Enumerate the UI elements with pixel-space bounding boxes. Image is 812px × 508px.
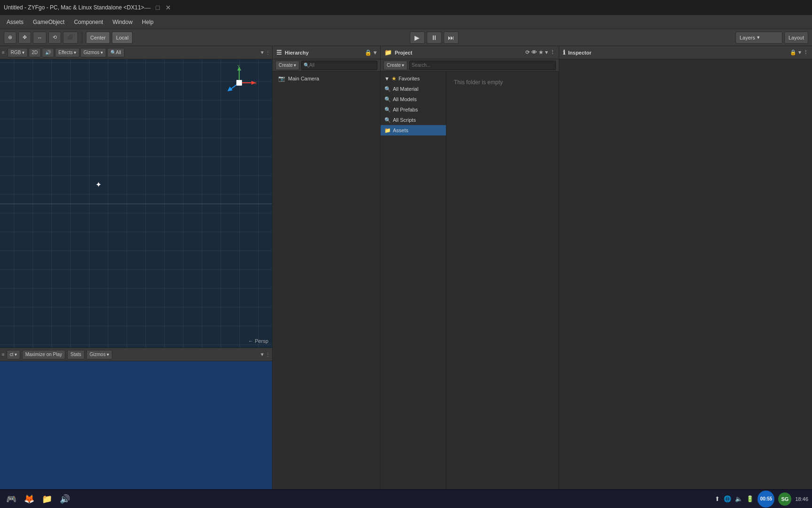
scene-settings-icon[interactable]: ≡ [2,50,5,55]
pause-button[interactable]: ⏸ [427,32,442,44]
inspector-title: Inspector [568,50,592,56]
playback-controls: ▶ ⏸ ⏭ [134,32,734,44]
game-stats-button[interactable]: Stats [67,350,85,359]
inspector-menu-icon[interactable]: ⋮ [803,49,808,56]
game-menu-icon[interactable]: ⋮ [265,352,270,357]
expand-icon: ▼ [384,76,390,81]
project-header: 📁 Project ⟳ 👁 ★ ▾ ⋮ [381,46,559,59]
transform-tool-rect[interactable]: ⟲ [48,32,61,44]
game-aspect-dropdown[interactable]: ct ▾ [7,350,20,359]
menu-component[interactable]: Component [69,17,108,27]
scene-2d-button[interactable]: 2D [29,48,41,57]
user-badge[interactable]: SG [778,492,791,506]
search-icon-2: 🔍 [384,96,391,103]
scene-all-button[interactable]: 🔍All [107,48,125,57]
taskbar: 🎮 🦊 📁 🔊 ⬆ 🌐 🔈 🔋 00:55 SG 18:46 [0,489,812,508]
scene-audio-button[interactable]: 🔊 [42,48,54,57]
project-menu-icon[interactable]: ⋮ [550,49,555,56]
hierarchy-search-input[interactable] [301,61,377,70]
hierarchy-header-controls: 🔒 ▾ [365,49,376,56]
taskbar-app-unity[interactable]: 🎮 [4,492,19,507]
transform-tool-move[interactable]: ⊕ [4,32,16,44]
scene-view: ≡ RGB ▾ 2D 🔊 Effects ▾ Gizmos ▾ 🔍All ▼ [0,46,272,348]
pivot-local-button[interactable]: Local [112,32,133,44]
inspector-header-controls: 🔒 ▾ ⋮ [790,49,808,56]
hierarchy-create-button[interactable]: Create ▾ [275,61,299,70]
project-main-area: This folder is empty [446,71,559,504]
taskbar-app-media[interactable]: 🔊 [57,492,72,507]
game-canvas[interactable] [0,361,272,508]
taskbar-app-firefox[interactable]: 🦊 [22,492,37,507]
sidebar-all-models[interactable]: 🔍 All Models [381,94,446,104]
project-search-input[interactable] [409,61,556,70]
game-maximize-button[interactable]: Maximize on Play [22,350,65,359]
scene-collapse-icon[interactable]: ▼ [260,50,265,55]
search-icon-3: 🔍 [384,107,391,113]
hierarchy-item-label: Main Camera [288,76,319,81]
menu-gameobject[interactable]: GameObject [28,17,69,27]
project-create-button[interactable]: Create ▾ [383,61,407,70]
minimize-button[interactable]: — [144,4,151,11]
title-bar: Untitled - ZYFgo - PC, Mac & Linux Stand… [0,0,812,15]
layers-dropdown[interactable]: Layers ▾ [735,32,782,44]
inspector-header: ℹ Inspector 🔒 ▾ ⋮ [559,46,812,59]
sidebar-all-material[interactable]: 🔍 All Material [381,84,446,94]
menu-help[interactable]: Help [137,17,158,27]
tray-battery-icon[interactable]: 🔋 [746,495,754,502]
hierarchy-collapse-icon[interactable]: ▾ [374,49,376,56]
layers-chevron-icon: ▾ [757,34,760,40]
firefox-icon: 🦊 [24,494,34,504]
taskbar-time: 18:46 [795,496,808,502]
play-button[interactable]: ▶ [410,32,425,44]
scene-rgb-button[interactable]: RGB ▾ [8,48,28,57]
scene-menu-icon[interactable]: ⋮ [265,50,270,55]
scene-canvas[interactable]: Y X ✦ ← Persp [0,59,272,348]
inspector-collapse-icon[interactable]: ▾ [798,49,801,56]
game-settings-icon[interactable]: ≡ [2,352,5,357]
sidebar-all-scripts[interactable]: 🔍 All Scripts [381,115,446,125]
favorites-label: ▼ ★ Favorites [381,73,446,84]
tray-arrow-icon[interactable]: ⬆ [715,495,720,502]
tray-network-icon[interactable]: 🌐 [724,495,731,502]
menu-window[interactable]: Window [108,17,137,27]
hierarchy-content: 📷 Main Camera [273,71,380,508]
project-content: ▼ ★ Favorites 🔍 All Material 🔍 All Model… [381,71,559,504]
project-eye-icon[interactable]: 👁 [531,49,537,56]
tray-volume-icon[interactable]: 🔈 [735,495,742,502]
menu-assets[interactable]: Assets [2,17,28,27]
maximize-button[interactable]: □ [155,4,161,11]
hierarchy-lock-icon[interactable]: 🔒 [365,49,372,56]
scene-gizmos-button[interactable]: Gizmos ▾ [80,48,106,57]
clock-badge[interactable]: 00:55 [757,491,774,508]
scene-toolbar: ≡ RGB ▾ 2D 🔊 Effects ▾ Gizmos ▾ 🔍All ▼ [0,46,272,59]
svg-text:Y: Y [237,64,240,68]
scene-rgb-chevron: ▾ [22,50,24,55]
unity-icon: 🎮 [6,494,16,504]
menu-bar: Assets GameObject Component Window Help [0,15,812,29]
game-gizmos-button[interactable]: Gizmos ▾ [86,350,112,359]
transform-tool-scale[interactable]: ↔ [33,32,47,44]
transform-tool-universal[interactable]: ⬛ [63,32,78,44]
project-star-icon[interactable]: ★ [539,49,543,56]
hierarchy-panel: ☰ Hierarchy 🔒 ▾ Create ▾ 📷 Main Camera [273,46,381,508]
layout-button[interactable]: Layout [784,32,808,44]
title-controls: — □ ✕ [144,4,172,11]
project-refresh-icon[interactable]: ⟳ [525,49,530,56]
right-panel: 📁 Project ⟳ 👁 ★ ▾ ⋮ Create ▾ [381,46,812,508]
step-button[interactable]: ⏭ [444,32,459,44]
project-icon: 📁 [384,49,392,56]
sidebar-all-prefabs[interactable]: 🔍 All Prefabs [381,104,446,115]
scene-gizmo: Y X [220,64,258,102]
project-collapse-icon[interactable]: ▾ [545,49,548,56]
game-collapse-icon[interactable]: ▼ [260,352,265,357]
hierarchy-item-camera[interactable]: 📷 Main Camera [273,73,380,84]
pivot-center-button[interactable]: Center [86,32,110,44]
transform-tool-rotate[interactable]: ✥ [18,32,31,44]
close-button[interactable]: ✕ [165,4,172,11]
sidebar-assets[interactable]: 📁 Assets [381,125,446,135]
hierarchy-icon: ☰ [276,49,282,56]
scene-effects-button[interactable]: Effects ▾ [55,48,79,57]
toolbar-right: Layers ▾ Layout [735,32,808,44]
inspector-lock-icon[interactable]: 🔒 [790,49,796,56]
taskbar-app-explorer[interactable]: 📁 [39,492,55,507]
